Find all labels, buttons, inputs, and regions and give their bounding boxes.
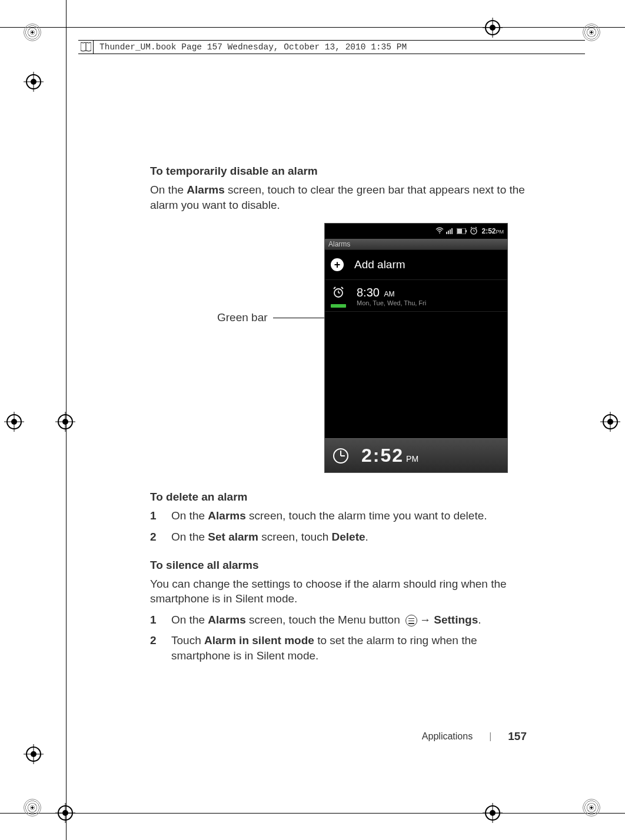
registration-icon xyxy=(24,744,44,764)
clock-icon xyxy=(333,448,348,464)
svg-point-3 xyxy=(31,79,36,85)
figure-alarms-screen: Green bar 2:52PM Alarms + xyxy=(150,223,527,473)
menu-button-icon xyxy=(405,615,417,626)
alarm-time-ampm: AM xyxy=(384,290,395,298)
svg-line-49 xyxy=(334,287,335,289)
footer-section: Applications xyxy=(422,731,473,742)
heading-disable-alarm: To temporarily disable an alarm xyxy=(150,165,527,178)
alarm-row[interactable]: 8:30 AM Mon, Tue, Wed, Thu, Fri xyxy=(325,280,507,312)
footer-time: 2:52PM xyxy=(361,445,418,466)
svg-rect-39 xyxy=(466,230,467,232)
registration-icon xyxy=(55,412,75,432)
bold-alarms: Alarms xyxy=(208,509,245,522)
callout-green-bar: Green bar xyxy=(217,311,268,324)
svg-rect-36 xyxy=(450,229,451,234)
svg-point-27 xyxy=(490,810,496,816)
steps-silence: On the Alarms screen, touch the Menu but… xyxy=(150,612,527,664)
text: On the xyxy=(171,509,208,522)
alarm-days: Mon, Tue, Wed, Thu, Fri xyxy=(357,299,426,306)
text: On the xyxy=(150,184,187,196)
target-icon xyxy=(583,24,600,41)
bold-alarms: Alarms xyxy=(187,184,224,196)
status-time: 2:52PM xyxy=(480,227,504,235)
body-silence-all: You can change the settings to choose if… xyxy=(150,576,527,606)
svg-line-50 xyxy=(341,287,343,289)
svg-point-23 xyxy=(62,810,68,816)
book-icon xyxy=(78,41,94,54)
text: screen, touch xyxy=(258,531,332,543)
registration-icon xyxy=(55,803,75,823)
signal-icon xyxy=(446,226,454,236)
crop-line xyxy=(0,813,625,814)
svg-line-45 xyxy=(476,227,477,228)
alarms-title-bar: Alarms xyxy=(325,239,507,250)
page-number: 157 xyxy=(508,730,527,743)
registration-icon xyxy=(4,412,24,432)
text: . xyxy=(478,614,481,626)
alarm-status-icon xyxy=(470,226,478,236)
callout-line xyxy=(273,318,325,318)
time-ampm: PM xyxy=(496,229,504,235)
svg-line-44 xyxy=(471,227,472,228)
footer-time-ampm: PM xyxy=(406,454,418,464)
status-bar: 2:52PM xyxy=(325,224,507,239)
footer-time-value: 2:52 xyxy=(361,445,404,466)
bold-settings: Settings xyxy=(434,614,478,626)
svg-point-15 xyxy=(31,751,36,757)
add-alarm-label: Add alarm xyxy=(354,258,405,271)
text: screen, touch the alarm time you want to… xyxy=(246,509,487,522)
svg-point-31 xyxy=(490,25,496,31)
bold-alarms: Alarms xyxy=(208,614,245,626)
body-disable-alarm: On the Alarms screen, touch to clear the… xyxy=(150,182,527,212)
step-delete-2: On the Set alarm screen, touch Delete. xyxy=(150,529,527,545)
wifi-icon xyxy=(435,226,444,236)
time-value: 2:52 xyxy=(481,227,496,235)
registration-icon xyxy=(24,72,44,92)
svg-rect-35 xyxy=(448,231,449,234)
svg-rect-37 xyxy=(451,228,453,234)
registration-icon xyxy=(600,412,620,432)
phone-screenshot: 2:52PM Alarms + Add alarm 8:30 AM Mon, T… xyxy=(324,223,508,473)
svg-rect-40 xyxy=(457,229,462,234)
green-bar-indicator[interactable] xyxy=(331,304,346,308)
plus-icon: + xyxy=(331,258,344,271)
page-header: Thunder_UM.book Page 157 Wednesday, Octo… xyxy=(78,40,585,54)
registration-icon xyxy=(483,18,503,38)
heading-delete-alarm: To delete an alarm xyxy=(150,491,527,504)
header-text: Thunder_UM.book Page 157 Wednesday, Octo… xyxy=(78,42,407,52)
registration-icon xyxy=(483,803,503,823)
alarm-time-value: 8:30 xyxy=(357,286,380,299)
svg-point-33 xyxy=(439,232,440,234)
target-icon xyxy=(24,24,41,41)
step-delete-1: On the Alarms screen, touch the alarm ti… xyxy=(150,508,527,524)
alarm-clock-icon xyxy=(332,286,345,302)
clock-footer[interactable]: 2:52PM xyxy=(325,438,507,472)
text: On the xyxy=(171,531,208,543)
battery-icon xyxy=(457,226,467,236)
bold-delete: Delete xyxy=(332,531,365,543)
text: . xyxy=(365,531,368,543)
page-footer: Applications | 157 xyxy=(150,730,527,743)
target-icon xyxy=(583,799,600,816)
svg-point-11 xyxy=(62,419,68,425)
svg-point-7 xyxy=(11,419,17,425)
alarm-time: 8:30 AM xyxy=(357,286,426,299)
arrow: → xyxy=(420,614,434,626)
text: Touch xyxy=(171,634,204,646)
heading-silence-all: To silence all alarms xyxy=(150,559,527,572)
target-icon xyxy=(24,799,41,816)
text: screen, touch the Menu button xyxy=(246,614,403,626)
steps-delete: On the Alarms screen, touch the alarm ti… xyxy=(150,508,527,544)
bold-set-alarm: Set alarm xyxy=(208,531,258,543)
step-silence-2: Touch Alarm in silent mode to set the al… xyxy=(150,633,527,663)
text: On the xyxy=(171,614,208,626)
add-alarm-row[interactable]: + Add alarm xyxy=(325,250,507,280)
svg-point-19 xyxy=(607,419,613,425)
step-silence-1: On the Alarms screen, touch the Menu but… xyxy=(150,612,527,628)
crop-line xyxy=(0,27,625,28)
bold-alarm-silent: Alarm in silent mode xyxy=(204,634,314,646)
footer-separator: | xyxy=(489,731,491,742)
svg-rect-34 xyxy=(446,232,447,234)
